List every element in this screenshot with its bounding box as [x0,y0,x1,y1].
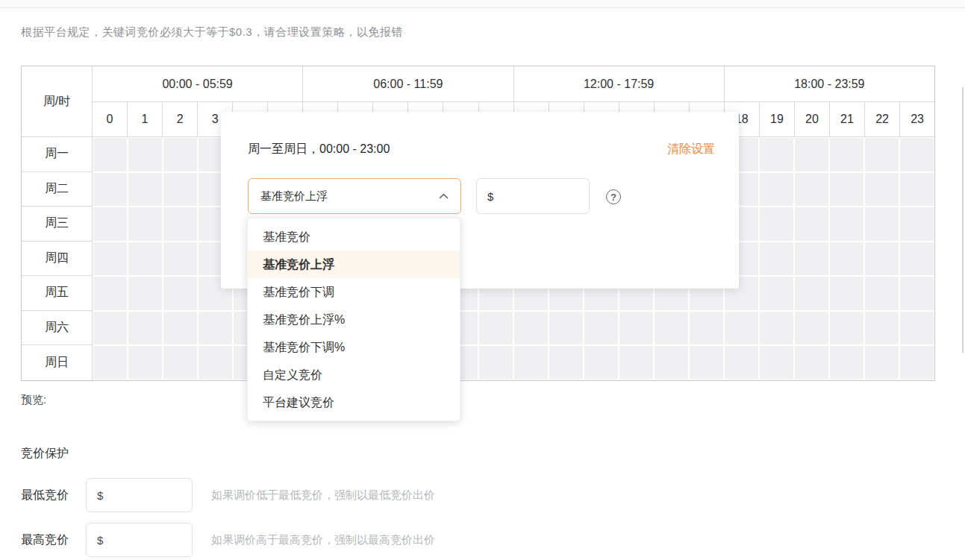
grid-cell[interactable] [479,346,513,380]
dropdown-option[interactable]: 平台建议竞价 [248,388,460,416]
grid-cell[interactable] [690,312,723,345]
grid-cell[interactable] [900,277,934,310]
grid-cell[interactable] [690,346,723,380]
grid-cell[interactable] [163,242,197,276]
bid-strategy-select[interactable]: 基准竞价上浮 [248,178,461,214]
grid-cell[interactable] [479,312,513,345]
grid-cell[interactable] [725,346,758,380]
grid-cell[interactable] [795,173,828,207]
grid-cell[interactable] [900,207,934,241]
hour-header[interactable]: 22 [864,102,899,136]
grid-cell[interactable] [900,242,934,276]
grid-cell[interactable] [619,312,653,345]
dropdown-option[interactable]: 自定义竞价 [248,361,460,388]
bid-amount-field[interactable]: $ [476,178,590,214]
grid-cell[interactable] [199,346,232,380]
grid-cell[interactable] [93,173,127,207]
grid-cell[interactable] [900,312,934,345]
grid-cell[interactable] [830,277,863,310]
grid-cell[interactable] [128,173,162,207]
dropdown-option[interactable]: 基准竞价下调 [248,278,460,306]
grid-cell[interactable] [93,346,127,380]
time-group-header[interactable]: 18:00 - 23:59 [724,66,934,101]
grid-cell[interactable] [900,173,934,207]
grid-cell[interactable] [760,277,793,310]
grid-cell[interactable] [760,242,793,276]
day-label[interactable]: 周四 [22,242,93,277]
grid-cell[interactable] [128,346,162,380]
grid-cell[interactable] [760,312,793,345]
grid-cell[interactable] [900,346,934,380]
grid-cell[interactable] [93,242,127,276]
hour-header[interactable]: 2 [162,102,197,136]
grid-cell[interactable] [865,312,899,345]
grid-cell[interactable] [163,312,197,345]
grid-cell[interactable] [93,312,127,345]
hour-header[interactable]: 19 [759,102,794,136]
grid-cell[interactable] [795,207,828,241]
max-bid-field[interactable]: $ [86,523,193,557]
day-label[interactable]: 周三 [22,207,93,242]
grid-cell[interactable] [830,207,863,241]
grid-cell[interactable] [655,346,688,380]
grid-cell[interactable] [760,138,793,172]
grid-cell[interactable] [865,242,899,276]
hour-header[interactable]: 21 [829,102,864,136]
scrollbar[interactable] [962,87,964,353]
grid-cell[interactable] [514,312,548,345]
time-group-header[interactable]: 12:00 - 17:59 [513,66,724,101]
dropdown-option[interactable]: 基准竞价 [248,223,460,251]
grid-cell[interactable] [128,242,162,276]
day-label[interactable]: 周六 [22,311,93,346]
grid-cell[interactable] [830,138,863,172]
dropdown-option[interactable]: 基准竞价上浮% [248,306,460,333]
grid-cell[interactable] [830,312,863,345]
dropdown-option-selected[interactable]: 基准竞价上浮 [248,251,460,278]
bid-amount-input[interactable] [498,189,578,204]
grid-cell[interactable] [830,346,863,380]
grid-cell[interactable] [163,138,197,172]
grid-cell[interactable] [584,312,618,345]
grid-cell[interactable] [795,346,828,380]
day-label[interactable]: 周五 [22,276,93,311]
hour-header[interactable]: 0 [93,102,127,136]
grid-cell[interactable] [865,173,899,207]
grid-cell[interactable] [865,277,899,310]
grid-cell[interactable] [795,312,828,345]
dropdown-option[interactable]: 基准竞价下调% [248,333,460,361]
grid-cell[interactable] [795,138,828,172]
grid-cell[interactable] [725,312,758,345]
grid-cell[interactable] [163,173,197,207]
day-label[interactable]: 周一 [22,137,93,172]
grid-cell[interactable] [865,207,899,241]
time-group-header[interactable]: 00:00 - 05:59 [93,66,302,101]
grid-cell[interactable] [93,207,127,241]
grid-cell[interactable] [93,277,127,310]
question-circle-icon[interactable]: ? [606,189,621,204]
min-bid-input[interactable] [107,488,181,503]
grid-cell[interactable] [93,138,127,172]
hour-header[interactable]: 1 [127,102,162,136]
grid-cell[interactable] [514,346,548,380]
day-label[interactable]: 周二 [22,172,93,207]
max-bid-input[interactable] [107,533,181,547]
grid-cell[interactable] [760,173,793,207]
grid-cell[interactable] [865,138,899,172]
grid-cell[interactable] [128,207,162,241]
grid-cell[interactable] [199,312,232,345]
grid-cell[interactable] [655,312,688,345]
grid-cell[interactable] [760,207,793,241]
grid-cell[interactable] [830,173,863,207]
grid-cell[interactable] [163,277,197,310]
grid-cell[interactable] [900,138,934,172]
hour-header[interactable]: 20 [794,102,829,136]
grid-cell[interactable] [128,277,162,310]
grid-cell[interactable] [795,242,828,276]
grid-cell[interactable] [830,242,863,276]
grid-cell[interactable] [584,346,618,380]
grid-cell[interactable] [619,346,653,380]
hour-header[interactable]: 23 [899,102,934,136]
grid-cell[interactable] [795,277,828,310]
clear-settings-link[interactable]: 清除设置 [667,142,715,157]
grid-cell[interactable] [128,312,162,345]
